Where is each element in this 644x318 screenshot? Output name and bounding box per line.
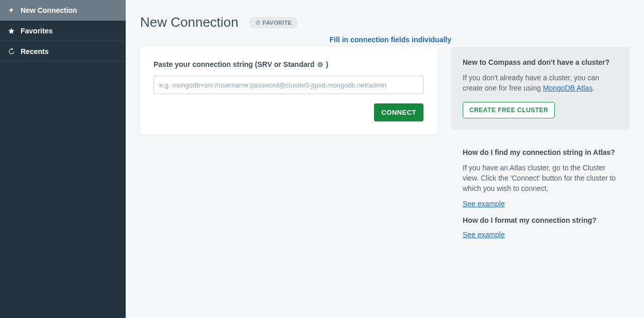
svg-rect-2: [320, 63, 320, 63]
favorite-label: FAVORITE: [263, 20, 292, 26]
see-example-link-2[interactable]: See example: [463, 231, 505, 239]
info-icon[interactable]: [316, 61, 324, 68]
create-free-cluster-button[interactable]: CREATE FREE CLUSTER: [463, 102, 555, 118]
sidebar-item-recents[interactable]: Recents: [0, 41, 126, 62]
main-content: New Connection FAVORITE Fill in connecti…: [126, 0, 644, 318]
find-text: If you have an Atlas cluster, go to the …: [463, 163, 618, 194]
format-heading: How do I format my connection string?: [463, 216, 618, 224]
favorite-button[interactable]: FAVORITE: [249, 17, 298, 28]
connect-button[interactable]: CONNECT: [374, 103, 423, 121]
see-example-link-1[interactable]: See example: [463, 200, 505, 208]
history-icon: [6, 48, 16, 55]
sidebar-item-new-connection[interactable]: New Connection: [0, 0, 126, 21]
new-to-compass-box: New to Compass and don't have a cluster?…: [451, 47, 630, 130]
new-heading: New to Compass and don't have a cluster?: [463, 58, 618, 66]
sidebar: New Connection Favorites Recents: [0, 0, 126, 318]
connection-string-input[interactable]: [154, 76, 423, 94]
format-string-block: How do I format my connection string? Se…: [451, 208, 630, 239]
star-icon: [6, 27, 16, 34]
new-text: If you don't already have a cluster, you…: [463, 73, 618, 94]
connection-string-label: Paste your connection string (SRV or Sta…: [154, 60, 423, 68]
connection-card: Paste your connection string (SRV or Sta…: [140, 47, 437, 135]
find-string-block: How do I find my connection string in At…: [451, 140, 630, 208]
sidebar-item-label: Favorites: [21, 27, 53, 35]
atlas-link[interactable]: MongoDB Atlas: [543, 84, 593, 92]
lightning-icon: [6, 7, 16, 14]
svg-rect-1: [320, 64, 320, 66]
find-heading: How do I find my connection string in At…: [463, 148, 618, 156]
help-panel: New to Compass and don't have a cluster?…: [451, 47, 630, 239]
page-title: New Connection: [140, 14, 239, 30]
sidebar-item-label: Recents: [21, 47, 48, 56]
fill-fields-link[interactable]: Fill in connection fields individually: [330, 36, 451, 44]
sidebar-item-favorites[interactable]: Favorites: [0, 21, 126, 41]
star-outline-icon: [255, 20, 261, 25]
sidebar-item-label: New Connection: [21, 6, 77, 14]
